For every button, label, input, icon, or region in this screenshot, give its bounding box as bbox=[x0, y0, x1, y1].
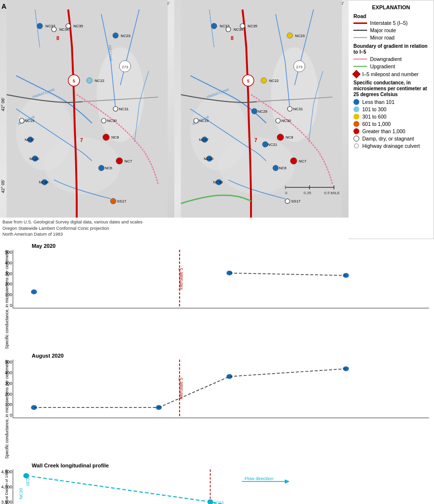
svg-point-33 bbox=[116, 158, 123, 164]
downgradient-line-icon bbox=[353, 59, 367, 60]
milepost-diamond-icon bbox=[352, 70, 361, 79]
svg-point-85 bbox=[216, 180, 222, 185]
profile-inner: 4,5004,0003,5003,0002,5002,000 bbox=[13, 469, 429, 504]
svg-text:0.25: 0.25 bbox=[304, 191, 311, 195]
601-1000-label: 601 to 1,000 bbox=[362, 121, 391, 127]
svg-point-19 bbox=[113, 33, 119, 39]
svg-point-35 bbox=[32, 156, 38, 161]
101-300-label: 101 to 300 bbox=[362, 106, 387, 112]
chart-may-y-ticks: 5004003002001000 bbox=[5, 250, 13, 308]
svg-text:273: 273 bbox=[122, 65, 128, 69]
svg-text:Interstate 5: Interstate 5 bbox=[178, 378, 184, 400]
svg-text:NC8: NC8 bbox=[286, 135, 293, 140]
svg-text:SS17: SS17 bbox=[117, 199, 126, 203]
svg-point-63 bbox=[261, 78, 267, 83]
svg-point-45 bbox=[271, 47, 318, 142]
svg-text:7: 7 bbox=[254, 137, 257, 143]
legend-damp: Damp, dry, or stagnant bbox=[353, 136, 429, 141]
svg-point-79 bbox=[290, 158, 297, 164]
legend-title: EXPLANATION bbox=[353, 4, 429, 10]
chart-aug-area: Specific conductance, in microsiemens pe… bbox=[5, 360, 429, 459]
map-left: 122°37' 122°36' May 2020 42° 06' 42° 05' bbox=[0, 0, 174, 218]
svg-text:NC33: NC33 bbox=[220, 24, 229, 28]
svg-text:NC37: NC37 bbox=[24, 138, 34, 142]
profile-svg: NC20 NC21 NC22 NC23 NC20 NC21 NC22 NC23 bbox=[13, 469, 429, 504]
svg-text:0: 0 bbox=[285, 191, 288, 195]
circle-culvert-icon bbox=[354, 143, 359, 148]
chart-aug-y-ticks: 5004003002001000 bbox=[5, 360, 13, 418]
legend-101-300: 101 to 300 bbox=[353, 106, 429, 112]
legend-boundary-title: Boundary of gradient in relation to I–5 bbox=[353, 43, 429, 55]
minor-road-line-icon bbox=[353, 37, 367, 38]
profile-area: Elevation, in feet above North American … bbox=[5, 469, 429, 504]
legend-conductance-title: Specific conductance, in microsiemens pe… bbox=[353, 80, 429, 98]
svg-text:NC19: NC19 bbox=[24, 119, 34, 123]
circle-601-1000-icon bbox=[353, 121, 359, 127]
svg-point-44 bbox=[190, 95, 247, 170]
svg-point-15 bbox=[52, 27, 57, 32]
svg-text:Interstate 5: Interstate 5 bbox=[178, 268, 184, 290]
svg-point-87 bbox=[285, 199, 290, 203]
circle-101-300-icon bbox=[353, 106, 359, 112]
svg-text:NC7: NC7 bbox=[124, 159, 132, 163]
svg-point-7 bbox=[68, 75, 80, 86]
legend-upgradient: Upgradient bbox=[353, 63, 429, 69]
svg-text:NC21: NC21 bbox=[268, 142, 277, 147]
lat-label-bot: 42° 05' bbox=[0, 180, 5, 193]
svg-text:5: 5 bbox=[247, 79, 249, 83]
svg-text:273: 273 bbox=[296, 65, 303, 69]
chart-aug-container: August 2020 Specific conductance, in mic… bbox=[5, 353, 429, 459]
svg-text:Wall Creek: Wall Creek bbox=[191, 114, 210, 126]
legend-major-route: Major route bbox=[353, 27, 429, 33]
svg-point-27 bbox=[20, 119, 24, 123]
svg-rect-0 bbox=[7, 0, 168, 218]
chart-may-container: May 2020 Specific conductance, in micros… bbox=[5, 243, 429, 349]
circle-301-600-icon bbox=[353, 114, 359, 120]
svg-point-11 bbox=[119, 60, 130, 72]
svg-point-49 bbox=[243, 75, 254, 86]
profile-title: Wall Creek longitudinal profile bbox=[32, 463, 429, 468]
legend-road-title: Road bbox=[353, 13, 429, 19]
svg-point-2 bbox=[97, 47, 144, 142]
damp-label: Damp, dry, or stagnant bbox=[362, 136, 414, 141]
svg-point-67 bbox=[288, 106, 292, 111]
svg-text:NC20: NC20 bbox=[29, 157, 39, 161]
map-left-svg: Viaduct Creek Wall Creek Hill Creek 5 8 … bbox=[0, 0, 174, 218]
svg-point-37 bbox=[99, 165, 104, 171]
lat-label-top: 42° 06' bbox=[0, 98, 5, 111]
major-route-label: Major route bbox=[370, 27, 396, 33]
svg-text:NC31: NC31 bbox=[119, 107, 128, 111]
svg-point-29 bbox=[103, 134, 110, 141]
svg-text:NC33: NC33 bbox=[45, 24, 55, 28]
svg-text:0.5 MILE: 0.5 MILE bbox=[324, 191, 340, 195]
svg-text:NC22: NC22 bbox=[269, 79, 279, 83]
svg-point-53 bbox=[293, 60, 305, 72]
chart-may-inner: 5004003002001000 Interstate 5 bbox=[13, 250, 429, 308]
svg-text:NC29: NC29 bbox=[258, 109, 268, 114]
301-600-label: 301 to 600 bbox=[362, 114, 387, 120]
svg-point-25 bbox=[102, 119, 106, 123]
svg-point-81 bbox=[207, 156, 212, 161]
chart-may-svg: Interstate 5 bbox=[13, 250, 429, 308]
svg-point-39 bbox=[41, 180, 47, 185]
downgradient-label: Downgradient bbox=[370, 56, 402, 62]
svg-point-83 bbox=[273, 165, 279, 171]
svg-point-41 bbox=[110, 198, 116, 204]
svg-text:Viaduct Creek: Viaduct Creek bbox=[206, 87, 230, 99]
svg-line-109 bbox=[159, 377, 229, 407]
legend-panel: EXPLANATION Road Interstate 5 (I–5) Majo… bbox=[349, 0, 434, 239]
chart-aug-svg: Interstate 5 bbox=[13, 360, 429, 418]
svg-text:8: 8 bbox=[230, 35, 233, 41]
legend-interstate: Interstate 5 (I–5) bbox=[353, 20, 429, 26]
legend-downgradient: Downgradient bbox=[353, 56, 429, 62]
svg-point-77 bbox=[262, 141, 268, 147]
svg-point-1 bbox=[16, 95, 73, 170]
charts-section: May 2020 Specific conductance, in micros… bbox=[0, 239, 434, 504]
svg-point-21 bbox=[87, 78, 93, 83]
chart-may-title: May 2020 bbox=[32, 243, 429, 249]
map-left-title: May 2020 bbox=[9, 9, 35, 16]
svg-line-110 bbox=[229, 369, 346, 377]
svg-text:NC20: NC20 bbox=[25, 475, 30, 486]
circle-greater-1000-icon bbox=[353, 128, 359, 134]
legend-culvert: Highway drainage culvert bbox=[353, 143, 429, 149]
